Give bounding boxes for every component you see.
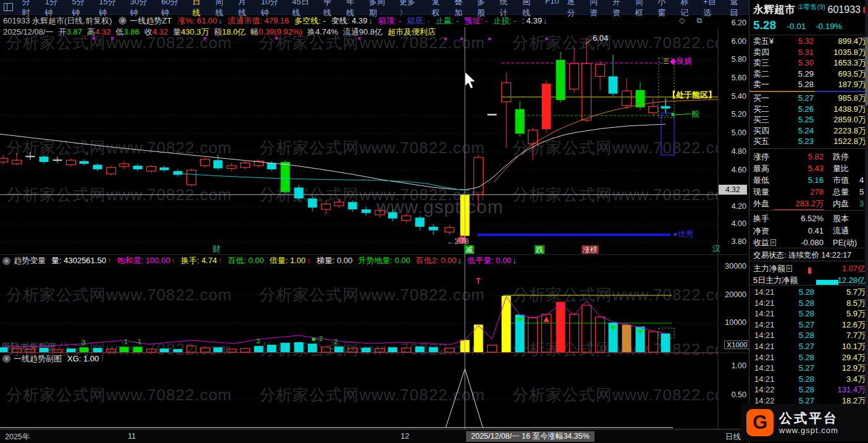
datebar-token-13: 幅 [251,27,259,38]
chart-label-1: ☰ [663,57,669,65]
price-change: -0.01 [787,22,806,31]
vol-header-token-7: 升势地量: 0.00 [358,255,411,266]
tick-row-2: 14:215.285.9万 [749,308,868,319]
chart-label-2: ◆良娲 [670,57,692,65]
chart-label-4: ●—一般 [670,110,699,119]
price-axis-label: 6.00 [719,37,746,46]
price-axis-label: 3.80 [719,237,746,246]
bid-row-1[interactable]: 买二5.261438.9万 [749,104,868,115]
marquee-chip-1: 跌 [535,245,545,254]
datebar-token-16: 4.74% [315,27,338,38]
list-icon[interactable]: ≡ [787,265,792,272]
vol-header-token-4: 百低: 0.00 [228,255,264,266]
stat-row: 现量278总量5 [749,186,868,198]
prev-close-axis-marker: 4.32 [719,185,747,195]
chart-corner-icons[interactable]: ◇ ⧉ [679,16,707,25]
flow-value: 1.07亿 [842,263,866,274]
datebar-token-19: 超市及便利店 [388,27,436,38]
scrollbar-thumb[interactable] [865,37,868,105]
datebar-token-18: 90.8亿 [359,27,383,38]
stat-row: 最低5.16市值4 [749,174,868,186]
ask-row-0[interactable]: 卖五¥5.32899.4万 [749,36,868,47]
tick-row-5: 14:215.2710.1万 [749,341,868,352]
timeline-month-label: 12 [401,432,409,441]
stock-code: 601933 [828,4,861,15]
ask-row-4[interactable]: 卖一5.28187.9万 [749,79,868,90]
arrow-down-icon: ↓ [457,255,462,266]
stock-name[interactable]: 永辉超市 [753,4,795,15]
ask-row-2[interactable]: 卖三5.301653.3万 [749,57,868,69]
tick-row-3: 14:215.2712.6万 [749,319,868,331]
price-axis-label: 4.80 [719,147,746,156]
vol-header-token-6: 梯量: 0.00 [317,255,353,266]
volume-signal-number: -1 [135,338,141,345]
vol-header-token-3: 换手: 4.74 [181,255,217,266]
bid-row-3[interactable]: 买四5.242223.8万 [749,125,868,137]
datebar-token-17: 流通 [343,27,359,38]
gspt-logo-url: www.gspt.com [779,426,838,435]
stat-row: 净资0.41流通 [749,225,868,237]
vol-header-token-0: 趋势变量 [14,255,46,266]
price-axis-label: 5.00 [719,129,746,137]
datebar-token-14: 0.39(9.92%) [259,27,303,38]
marquee-chip-2: 涨榜 [582,245,599,254]
trade-status: 交易状态: 连续竞价 14:22:17 [753,250,851,261]
price-change-pct: -0.19% [816,22,842,31]
datebar-token-8: 4.32 [152,27,168,38]
arrow-up-icon: ↑ [218,255,222,266]
svg-text:T: T [476,277,481,285]
stat-row: 涨停5.82跌停 [749,151,868,162]
tick-row-4: 14:215.287.7万 [749,330,868,341]
last-price: 5.28 [753,19,776,32]
datebar-token-10: 430.3万 [181,27,209,38]
sub-axis-label: 1.00 [719,361,746,370]
vol-header-token-5: 倍量: 1.00 [269,255,306,266]
selected-date-status: 2025/12/08/一 16 至今涨幅34.35% [466,431,595,442]
vol-header-token-1: 量: 4302561.50 [51,255,106,266]
volume-signal-number: -1 [122,338,128,345]
price-axis-label: 6.20 [719,19,746,27]
gspt-logo-brand: 公式平台 [779,411,838,426]
volume-signal-number: 3 [81,339,85,346]
price-axis-label: 4.20 [719,202,746,211]
gspt-logo-icon: G [746,409,774,436]
price-axis-label: 4.00 [719,219,746,228]
chart-label-5: ●优秀 [673,230,694,238]
bid-row-0[interactable]: 买一5.27985.8万 [749,93,868,104]
quote-title: 永辉超市 ①零售(9) 601933 L [753,2,868,17]
vol-header-token-9: 低平量: 0.00 [467,255,512,266]
bid-row-2[interactable]: 买三5.252859.0万 [749,114,868,125]
price-axis-label: 5.80 [719,55,746,64]
price-axis-label: 5.40 [719,92,746,101]
marquee-chip-0: 减 [464,245,474,254]
datebar-token-2: 3.87 [67,27,82,38]
volume-axis-label: 30000 [719,262,746,271]
period-label[interactable]: 日线 [725,432,741,442]
sub-header-token-0: 一线趋势副图 [14,353,62,364]
ask-row-3[interactable]: 卖二5.29693.5万 [749,69,868,80]
stat-row: 外盘283.2万内盘3 [749,198,868,209]
bid-ask-divider [749,91,868,92]
tick-row-0: 14:215.285.7万 [749,287,868,298]
bid-row-4[interactable]: 买五5.231522.8万 [749,136,868,147]
price-axis-label: 5.60 [719,74,746,82]
datebar-token-0: 2025/12/08/一 [3,27,54,38]
ohlc-info-bar: 2025/12/08/一开3.87高4.32低3.86收4.32量430.3万额… [0,27,436,38]
sub-header-token-1: XG: 1.00 [67,353,99,364]
industry-tag[interactable]: ①零售(9) [798,3,825,11]
datebar-token-9: 量 [173,27,181,38]
collapse-chevron-icon[interactable]: ∨ [2,355,10,363]
volume-unit-label: X1000 [724,340,750,349]
arrow-down-icon: ↓ [512,255,517,266]
collapse-chevron-icon[interactable]: ∨ [2,257,10,265]
arrow-up-icon: ↑ [171,255,175,266]
flow-bar [808,268,811,274]
stat-row: 换手6.52%股本 [749,213,868,224]
datebar-token-1: 开 [59,27,67,38]
volume-signal-number: -2 [317,335,323,342]
tick-row-1: 14:215.288.5万 [749,298,868,309]
bottom-timeline-bar: 2025年 1112 2025/12/08/一 16 至今涨幅34.35% 日线 [0,429,868,443]
capital-flow-row-0: 主力净额≡1.07亿 [749,263,868,274]
datebar-token-12: 18.0亿 [222,27,245,38]
ask-row-1[interactable]: 卖四5.311035.8万 [749,47,868,58]
